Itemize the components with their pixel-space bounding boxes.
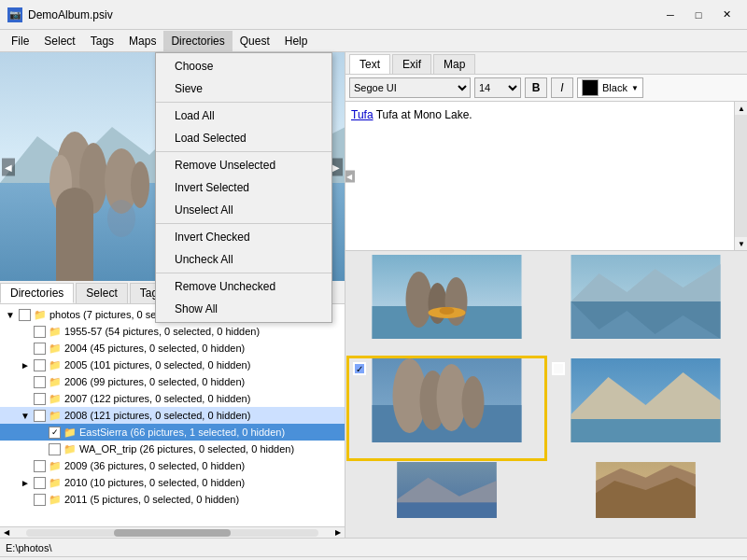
checkbox-2007[interactable] <box>34 393 46 405</box>
dir-item-waortrip[interactable]: 📁 WA_OR_trip (26 pictures, 0 selected, 0… <box>0 441 345 457</box>
expand-1955[interactable] <box>19 325 32 338</box>
svg-point-12 <box>406 272 432 328</box>
scroll-right-track-btn[interactable]: ▶ <box>331 527 345 539</box>
dir-item-eastsierra[interactable]: ✓ 📁 EastSierra (66 pictures, 1 selected,… <box>0 424 345 441</box>
dropdown-remove-unselected[interactable]: Remove Unselected <box>156 154 331 176</box>
checkbox-2006[interactable] <box>34 376 46 388</box>
vscroll-down-btn[interactable]: ▼ <box>735 237 747 250</box>
dir-label-2011: 2011 (5 pictures, 0 selected, 0 hidden) <box>64 494 239 505</box>
bold-button[interactable]: B <box>525 77 547 98</box>
dir-item-2010[interactable]: ► 📁 2010 (10 pictures, 0 selected, 0 hid… <box>0 474 345 491</box>
tab-text[interactable]: Text <box>349 54 390 74</box>
statusbar: 10719 pictures, 1 selected, 0 hidden ··· <box>0 556 747 560</box>
dir-item-2006[interactable]: 📁 2006 (99 pictures, 0 selected, 0 hidde… <box>0 373 345 390</box>
italic-button[interactable]: I <box>551 77 573 98</box>
thumbnail-2[interactable] <box>548 255 743 355</box>
expand-eastsierra[interactable] <box>34 426 47 439</box>
separator-4 <box>156 273 331 273</box>
thumbnail-4[interactable] <box>548 358 743 458</box>
expand-2007[interactable] <box>19 392 32 405</box>
thumbnail-5[interactable] <box>349 462 544 534</box>
scroll-track[interactable] <box>26 529 318 537</box>
thumb-image-3 <box>349 358 544 442</box>
checkbox-2009[interactable] <box>34 460 46 472</box>
thumbnail-3[interactable]: ✓ <box>349 358 544 458</box>
color-swatch <box>582 79 599 96</box>
thumb-checkbox-3[interactable]: ✓ <box>353 362 366 375</box>
dir-item-1955[interactable]: 📁 1955-57 (54 pictures, 0 selected, 0 hi… <box>0 323 345 340</box>
folder-icon-2008: 📁 <box>49 410 62 422</box>
scroll-left-btn[interactable]: ◀ <box>2 158 15 175</box>
folder-icon-2007: 📁 <box>49 393 62 405</box>
window-title: DemoAlbum.psiv <box>28 8 657 21</box>
thumbnail-6[interactable] <box>548 462 743 534</box>
expand-2009[interactable] <box>19 459 32 472</box>
tab-exif[interactable]: Exif <box>392 54 431 74</box>
thumbnail-1[interactable] <box>349 255 544 355</box>
dropdown-uncheck-all[interactable]: Uncheck All <box>156 248 331 271</box>
dropdown-remove-unchecked[interactable]: Remove Unchecked <box>156 275 331 298</box>
expand-2006[interactable] <box>19 375 32 388</box>
dir-item-2011[interactable]: 📁 2011 (5 pictures, 0 selected, 0 hidden… <box>0 491 345 508</box>
tab-select[interactable]: Select <box>76 283 127 303</box>
main-area: ◀ ▶ ▼ Directories Select Tag ▼ 📁 photos … <box>0 52 747 538</box>
thumb-checkbox-4[interactable] <box>552 362 565 375</box>
menu-directories[interactable]: Directories <box>163 31 232 51</box>
maximize-button[interactable]: □ <box>685 7 712 23</box>
font-family-select[interactable]: Segoe UI <box>349 77 471 98</box>
menu-quest[interactable]: Quest <box>233 31 277 51</box>
menu-help[interactable]: Help <box>277 31 316 51</box>
checkbox-eastsierra[interactable]: ✓ <box>49 427 61 439</box>
menu-tags[interactable]: Tags <box>83 31 121 51</box>
dir-item-2007[interactable]: 📁 2007 (122 pictures, 0 selected, 0 hidd… <box>0 390 345 407</box>
tab-directories[interactable]: Directories <box>0 283 74 303</box>
separator-1 <box>156 102 331 103</box>
expand-2011[interactable] <box>19 493 32 506</box>
color-picker-dropdown[interactable]: Black ▼ <box>577 77 643 98</box>
dropdown-choose[interactable]: Choose <box>156 55 331 77</box>
text-editor[interactable]: Tufa Tufa at Mono Lake. <box>345 102 734 250</box>
checkbox-2008[interactable] <box>34 410 46 422</box>
dir-item-2009[interactable]: 📁 2009 (36 pictures, 0 selected, 0 hidde… <box>0 457 345 474</box>
dir-item-2004[interactable]: 📁 2004 (45 pictures, 0 selected, 0 hidde… <box>0 340 345 357</box>
expand-2004[interactable] <box>19 342 32 355</box>
menu-file[interactable]: File <box>4 31 36 51</box>
expand-2008[interactable]: ▼ <box>19 409 32 422</box>
text-at-mono: Tufa at Mono Lake. <box>376 108 472 121</box>
svg-point-8 <box>56 192 93 239</box>
dir-label-1955: 1955-57 (54 pictures, 0 selected, 0 hidd… <box>64 326 260 337</box>
text-area-left-btn[interactable]: ◀ <box>345 170 355 182</box>
expand-2010[interactable]: ► <box>19 476 32 489</box>
dropdown-load-all[interactable]: Load All <box>156 105 331 127</box>
vscroll-track[interactable] <box>735 115 747 237</box>
expand-waortrip[interactable] <box>34 442 47 455</box>
checkbox-waortrip[interactable] <box>49 443 61 455</box>
dropdown-show-all[interactable]: Show All <box>156 298 331 320</box>
checkbox-2005[interactable] <box>34 359 46 371</box>
dropdown-load-selected[interactable]: Load Selected <box>156 127 331 149</box>
tab-map[interactable]: Map <box>433 54 475 74</box>
dropdown-unselect-all[interactable]: Unselect All <box>156 199 331 221</box>
menu-select[interactable]: Select <box>36 31 82 51</box>
menu-maps[interactable]: Maps <box>121 31 163 51</box>
checkbox-photos[interactable] <box>19 309 31 321</box>
checkbox-2004[interactable] <box>34 343 46 355</box>
minimize-button[interactable]: ─ <box>657 7 684 23</box>
scroll-left-track-btn[interactable]: ◀ <box>0 527 13 539</box>
expand-2005[interactable]: ► <box>19 358 32 371</box>
checkbox-2010[interactable] <box>34 477 46 489</box>
dropdown-invert-checked[interactable]: Invert Checked <box>156 226 331 248</box>
titlebar: 📷 DemoAlbum.psiv ─ □ ✕ <box>0 0 747 30</box>
dir-item-2005[interactable]: ► 📁 2005 (101 pictures, 0 selected, 0 hi… <box>0 357 345 373</box>
checkbox-2011[interactable] <box>34 494 46 506</box>
dropdown-sieve[interactable]: Sieve <box>156 77 331 100</box>
close-button[interactable]: ✕ <box>713 7 740 23</box>
dir-label-2004: 2004 (45 pictures, 0 selected, 0 hidden) <box>64 343 245 354</box>
font-size-select[interactable]: 14 <box>474 77 521 98</box>
checkbox-1955[interactable] <box>34 326 46 338</box>
svg-point-16 <box>440 307 455 315</box>
expand-photos[interactable]: ▼ <box>4 308 17 321</box>
dir-item-2008[interactable]: ▼ 📁 2008 (121 pictures, 0 selected, 0 hi… <box>0 407 345 424</box>
dropdown-invert-selected[interactable]: Invert Selected <box>156 176 331 199</box>
vscroll-up-btn[interactable]: ▲ <box>735 102 747 115</box>
